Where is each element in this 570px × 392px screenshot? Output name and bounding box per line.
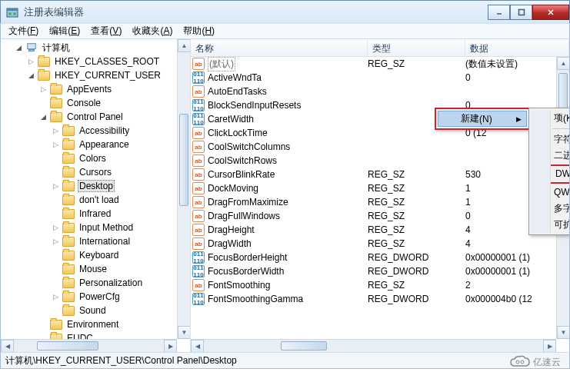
ctx-new[interactable]: 新建(N)▶ — [438, 111, 527, 127]
expand-icon[interactable] — [52, 251, 60, 260]
value-name: FontSmoothing — [208, 280, 270, 291]
ctx-sub-item[interactable]: 可扩充字符串值(E) — [531, 217, 569, 233]
tree-item[interactable]: HKEY_CLASSES_ROOT — [4, 55, 190, 68]
tree-root[interactable]: 计算机 — [4, 41, 190, 55]
folder-icon — [50, 320, 62, 330]
list-row[interactable]: abDragFullWindowsREG_SZ0 — [191, 209, 569, 223]
tree-item[interactable]: don't load — [4, 193, 190, 207]
expand-icon[interactable] — [39, 113, 48, 121]
tree-label: don't load — [78, 194, 121, 205]
menu-fav[interactable]: 收藏夹(A) — [128, 23, 177, 39]
string-icon: ab — [192, 127, 205, 139]
folder-icon — [62, 195, 75, 205]
tree-item[interactable]: Keyboard — [4, 248, 190, 262]
list-row[interactable]: abCoolSwitchColumns — [191, 140, 569, 154]
expand-icon[interactable] — [27, 71, 35, 80]
maximize-button[interactable] — [510, 5, 532, 20]
expand-icon[interactable] — [52, 238, 60, 246]
tree-item[interactable]: Personalization — [4, 276, 190, 290]
value-name: FocusBorderHeight — [208, 252, 287, 263]
context-submenu[interactable]: 项(K)字符串值(S)二进制值(B)DWORD (32-位)值(D)QWORD … — [528, 108, 569, 235]
list-row[interactable]: abFontSmoothingREG_SZ2 — [191, 278, 569, 292]
list-row[interactable]: 011110FocusBorderWidthREG_DWORD0x0000000… — [191, 264, 569, 278]
value-type: REG_SZ — [368, 183, 465, 194]
menu-edit[interactable]: 编辑(E) — [45, 23, 85, 39]
folder-icon — [62, 140, 75, 150]
expand-icon[interactable] — [52, 168, 60, 177]
tree-item[interactable]: Mouse — [4, 262, 190, 276]
expand-icon[interactable] — [52, 196, 60, 204]
tree-item[interactable]: Control Panel — [4, 110, 190, 124]
value-name: ClickLockTime — [208, 128, 268, 138]
tree-item[interactable]: Accessibility — [4, 124, 190, 138]
expand-icon[interactable] — [52, 127, 60, 135]
tree-item[interactable]: AppEvents — [4, 82, 190, 96]
expand-icon[interactable] — [52, 182, 60, 191]
list-row[interactable]: abDockMovingREG_SZ1 — [191, 181, 569, 195]
expand-icon[interactable] — [52, 141, 60, 149]
list-row[interactable]: 011110FontSmoothingGammaREG_DWORD0x00000… — [191, 292, 569, 306]
tree-item[interactable]: Infrared — [4, 207, 190, 221]
col-type[interactable]: 类型 — [368, 39, 465, 56]
expand-icon[interactable] — [52, 265, 60, 274]
expand-icon[interactable] — [52, 224, 60, 232]
tree-item[interactable]: Desktop — [4, 179, 190, 193]
tree-item[interactable]: PowerCfg — [4, 290, 190, 304]
regedit-icon — [6, 6, 18, 18]
list-row[interactable]: ab(默认)REG_SZ(数值未设置) — [191, 57, 569, 71]
expand-icon[interactable] — [39, 321, 48, 329]
tree-item[interactable]: Cursors — [4, 165, 190, 179]
list-row[interactable]: 011110FocusBorderHeightREG_DWORD0x000000… — [191, 251, 569, 264]
list-header[interactable]: 名称 类型 数据 — [191, 39, 569, 57]
value-data: 2 — [465, 280, 569, 291]
string-icon: ab — [192, 141, 205, 153]
ctx-sub-item[interactable]: 字符串值(S) — [531, 131, 569, 148]
status-bar: 计算机\HKEY_CURRENT_USER\Control Panel\Desk… — [0, 352, 570, 369]
tree-item[interactable]: Sound — [4, 304, 190, 317]
list-row[interactable]: abAutoEndTasks — [191, 85, 569, 98]
col-name[interactable]: 名称 — [191, 39, 368, 56]
tree-item[interactable]: Input Method — [4, 221, 190, 234]
list-row[interactable]: abCursorBlinkRateREG_SZ530 — [191, 168, 569, 181]
tree-item[interactable]: Colors — [4, 151, 190, 165]
title-bar: 注册表编辑器 — [0, 0, 570, 23]
tree-item[interactable]: Console — [4, 96, 190, 110]
tree-vscrollbar[interactable]: ▲▼ — [177, 39, 190, 339]
ctx-sub-item[interactable]: 项(K) — [531, 110, 569, 126]
expand-icon[interactable] — [39, 85, 48, 94]
tree-item[interactable]: Appearance — [4, 138, 190, 151]
list-row[interactable]: abDragFromMaximizeREG_SZ1 — [191, 195, 569, 209]
ctx-sub-item[interactable]: 二进制值(B) — [531, 148, 569, 164]
expand-icon[interactable] — [52, 210, 60, 218]
list-hscrollbar[interactable]: ◀▶ — [191, 339, 556, 352]
tree-label: Sound — [78, 305, 108, 316]
menu-file[interactable]: 文件(F) — [4, 23, 43, 39]
list-row[interactable]: abDragWidthREG_SZ4 — [191, 237, 569, 251]
minimize-button[interactable] — [488, 5, 510, 20]
expand-icon[interactable] — [52, 279, 60, 287]
tree-hscrollbar[interactable]: ◀▶ — [1, 339, 177, 352]
expand-icon[interactable] — [27, 58, 35, 66]
expand-icon[interactable] — [52, 293, 60, 301]
expand-icon[interactable] — [52, 154, 60, 163]
list-row[interactable]: 011110ActiveWndTa0 — [191, 71, 569, 85]
menu-view[interactable]: 查看(V) — [86, 23, 126, 39]
tree-label: Accessibility — [78, 125, 131, 136]
list-row[interactable]: abDragHeightREG_SZ4 — [191, 223, 569, 237]
tree-item[interactable]: International — [4, 234, 190, 248]
value-name: CursorBlinkRate — [208, 169, 275, 180]
ctx-sub-item[interactable]: DWORD (32-位)值(D) — [532, 166, 569, 182]
value-list[interactable]: 名称 类型 数据 ab(默认)REG_SZ(数值未设置)011110Active… — [191, 39, 569, 352]
ctx-sub-item[interactable]: 多字符串值(M) — [531, 201, 569, 217]
tree-item[interactable]: HKEY_CURRENT_USER — [4, 68, 190, 82]
close-button[interactable] — [532, 5, 569, 20]
col-data[interactable]: 数据 — [465, 39, 569, 56]
ctx-sub-item[interactable]: QWORD (64 位)值(Q) — [531, 184, 569, 201]
tree-pane[interactable]: 计算机 HKEY_CLASSES_ROOTHKEY_CURRENT_USERAp… — [1, 39, 191, 352]
tree-item[interactable]: Environment — [4, 317, 190, 331]
menu-help[interactable]: 帮助(H) — [178, 23, 219, 39]
context-menu-new[interactable]: 新建(N)▶ — [435, 108, 530, 130]
expand-icon[interactable] — [52, 307, 60, 315]
expand-icon[interactable] — [39, 99, 48, 108]
list-row[interactable]: abCoolSwitchRows — [191, 154, 569, 168]
